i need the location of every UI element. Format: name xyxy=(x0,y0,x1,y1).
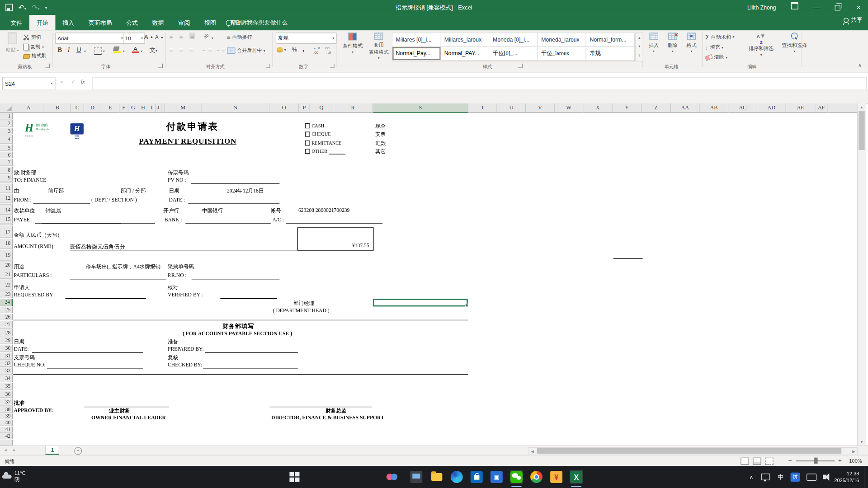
format-cells-button[interactable]: 格式▾ xyxy=(683,33,700,54)
column-header-S[interactable]: S xyxy=(373,103,468,113)
name-box[interactable]: S24 ▾ xyxy=(2,77,56,90)
wrap-text-button[interactable]: ≡自动换行 xyxy=(227,34,252,41)
row-header-31[interactable]: 31 xyxy=(0,352,13,360)
ime-pinyin-icon[interactable]: 拼 xyxy=(791,472,800,482)
align-bottom-icon[interactable]: ≡ xyxy=(189,33,195,39)
increase-indent-icon[interactable]: →≡ xyxy=(215,47,225,52)
scroll-up-icon[interactable]: ▲ xyxy=(858,105,866,109)
row-header-14[interactable]: 14 xyxy=(0,205,13,215)
row-header-32[interactable]: 32 xyxy=(0,360,13,367)
cell-style-option[interactable]: Moneda_laroux xyxy=(538,33,586,47)
insert-function-icon[interactable]: fx xyxy=(81,79,85,84)
gallery-scroll[interactable]: ▲▼⊽ xyxy=(636,33,643,61)
volume-icon[interactable] xyxy=(823,475,826,479)
column-header-hidden[interactable] xyxy=(162,103,165,113)
cell-style-option[interactable]: Normal_Pay... xyxy=(392,47,441,61)
cell-style-option[interactable]: Normal_PAY... xyxy=(441,47,489,61)
contacts-icon[interactable] xyxy=(385,470,398,483)
blue-app-icon[interactable]: ▣ xyxy=(490,470,503,483)
row-header-18[interactable]: 18 xyxy=(0,239,13,249)
select-all-corner[interactable] xyxy=(0,103,13,113)
cell-style-option[interactable]: Normal_form... xyxy=(586,33,635,47)
column-header-W[interactable]: W xyxy=(555,103,584,113)
horizontal-scroll-thumb[interactable] xyxy=(537,448,841,454)
row-header-41[interactable]: 41 xyxy=(0,427,13,432)
column-header-D[interactable]: D xyxy=(84,103,101,113)
row-header-26[interactable]: 26 xyxy=(0,314,13,320)
column-header-X[interactable]: X xyxy=(584,103,613,113)
finance-app-icon[interactable]: ¥ xyxy=(550,470,563,483)
account-name[interactable]: Lilith Zhong xyxy=(747,0,776,15)
format-as-table-button[interactable]: 套用 表格格式▾ xyxy=(367,33,391,60)
decrease-decimal-button[interactable]: .00→.0 xyxy=(325,46,331,55)
scroll-left-icon[interactable]: ◀ xyxy=(531,449,534,454)
page-layout-view-icon[interactable] xyxy=(753,458,761,465)
ribbon-tab-7[interactable]: 审阅 xyxy=(171,15,197,30)
column-header-P[interactable]: P xyxy=(299,103,310,113)
column-header-AD[interactable]: AD xyxy=(757,103,786,113)
row-header-34[interactable]: 34 xyxy=(0,375,13,382)
align-center-icon[interactable]: ≡ xyxy=(179,47,183,52)
row-header-20[interactable]: 20 xyxy=(0,261,13,269)
fill-color-button[interactable] xyxy=(113,47,121,53)
zoom-slider-thumb[interactable] xyxy=(814,458,818,464)
cell-style-option[interactable]: 千位_laroux xyxy=(538,47,586,61)
weather-widget[interactable]: 11°C 阴 xyxy=(2,470,26,483)
column-header-Q[interactable]: Q xyxy=(310,103,333,113)
italic-button[interactable]: I xyxy=(67,46,70,54)
ribbon-display-options-button[interactable] xyxy=(785,0,804,15)
ribbon-tab-3[interactable]: 插入 xyxy=(55,15,81,30)
horizontal-scrollbar[interactable]: ◀ ▶ xyxy=(528,447,857,455)
increase-decimal-button[interactable]: ←.0.00 xyxy=(313,46,320,55)
row-header-30[interactable]: 30 xyxy=(0,345,13,352)
column-header-AB[interactable]: AB xyxy=(700,103,729,113)
row-header-15[interactable]: 15 xyxy=(0,215,13,223)
ribbon-tab-4[interactable]: 页面布局 xyxy=(81,15,119,30)
percent-style-button[interactable]: % xyxy=(292,46,297,53)
cell-style-option[interactable]: Millares_laroux xyxy=(441,33,489,47)
cell-style-option[interactable]: 千位[0]_... xyxy=(490,47,538,61)
row-header-6[interactable]: 6 xyxy=(0,152,13,159)
excel-taskbar-icon[interactable]: X xyxy=(570,470,583,483)
row-header-4[interactable]: 4 xyxy=(0,135,13,144)
column-header-E[interactable]: E xyxy=(101,103,119,113)
scroll-down-icon[interactable]: ▼ xyxy=(858,440,866,444)
row-header-36[interactable]: 36 xyxy=(0,390,13,398)
row-header-2[interactable]: 2 xyxy=(0,120,13,127)
orientation-icon[interactable]: ab xyxy=(203,33,209,39)
ribbon-tab-1[interactable]: 文件 xyxy=(3,15,29,30)
column-header-C[interactable]: C xyxy=(71,103,84,113)
share-button[interactable]: 共享 xyxy=(844,16,863,24)
column-header-Z[interactable]: Z xyxy=(642,103,671,113)
orientation-dropdown[interactable]: ▾ xyxy=(212,36,213,41)
row-header-7[interactable]: 7 xyxy=(0,159,13,166)
row-header-9[interactable]: 9 xyxy=(0,174,13,182)
restore-button[interactable] xyxy=(828,0,847,15)
row-header-3[interactable]: 3 xyxy=(0,128,13,135)
ribbon-tab-2[interactable]: 开始 xyxy=(29,15,56,30)
row-header-8[interactable]: 8 xyxy=(0,167,13,174)
underline-dropdown[interactable]: ▾ xyxy=(84,49,86,54)
sheet-nav-left-icon[interactable]: ◂ xyxy=(5,448,7,453)
network-icon[interactable] xyxy=(761,474,770,480)
microsoft-store-icon[interactable] xyxy=(470,470,483,483)
row-header-11[interactable]: 11 xyxy=(0,184,13,193)
row-header-25[interactable]: 25 xyxy=(0,306,13,313)
start-button[interactable] xyxy=(288,470,301,483)
sheet-tab[interactable]: 1 xyxy=(45,446,59,455)
paste-button[interactable]: 粘贴 ▾ xyxy=(2,33,22,54)
column-header-A[interactable]: A xyxy=(13,103,44,113)
ribbon-tab-5[interactable]: 公式 xyxy=(119,15,145,30)
new-sheet-button[interactable]: + xyxy=(74,447,82,455)
column-header-U[interactable]: U xyxy=(497,103,526,113)
ribbon-tab-6[interactable]: 数据 xyxy=(145,15,171,30)
row-header-12[interactable]: 12 xyxy=(0,194,13,203)
copy-button[interactable]: 复制▾ xyxy=(23,43,44,51)
font-dialog-launcher[interactable] xyxy=(158,64,163,68)
column-header-AF[interactable]: AF xyxy=(816,103,828,113)
row-header-19[interactable]: 19 xyxy=(0,249,13,260)
tray-chevron-icon[interactable]: ∧ xyxy=(750,474,754,480)
autosum-button[interactable]: Σ 自动求和▾ xyxy=(705,33,735,41)
clipboard-dialog-launcher[interactable] xyxy=(45,64,50,68)
normal-view-icon[interactable] xyxy=(741,458,749,465)
